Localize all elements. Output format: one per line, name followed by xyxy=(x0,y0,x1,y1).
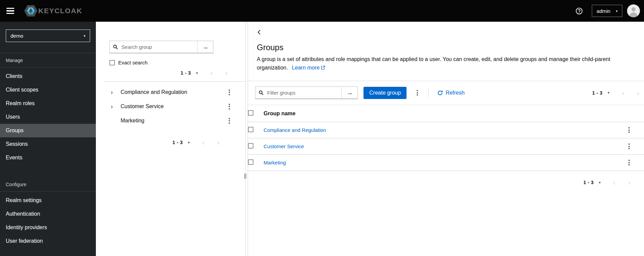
masthead-actions: admin ▾ xyxy=(576,4,640,17)
table-row: Marketing xyxy=(248,155,644,171)
sidebar-item-groups[interactable]: Groups xyxy=(0,124,96,137)
column-header-group-name: Group name xyxy=(264,105,623,122)
pagination-prev-icon[interactable]: ‹ xyxy=(622,91,624,95)
sidebar-item-authentication[interactable]: Authentication xyxy=(0,207,96,221)
user-dropdown[interactable]: admin ▾ xyxy=(592,5,622,17)
side-navigation: Manage Clients Client scopes Realm roles… xyxy=(0,53,96,251)
row-kebab-menu-icon[interactable] xyxy=(623,143,635,150)
group-tree-panel: → Exact search 1 - 3 ▾ ‹ › › Compliance … xyxy=(96,22,245,256)
table-row: Compliance and Regulation xyxy=(248,122,644,138)
group-link[interactable]: Compliance and Regulation xyxy=(264,127,326,133)
table-pagination-bottom: 1 - 3 ▾ ‹ › xyxy=(248,180,630,185)
nav-section-manage: Manage xyxy=(0,53,96,67)
refresh-icon xyxy=(437,90,443,96)
expand-chevron-icon[interactable]: › xyxy=(111,89,118,95)
group-link[interactable]: Marketing xyxy=(264,160,286,165)
sidebar: demo ▾ Manage Clients Client scopes Real… xyxy=(0,22,96,256)
filter-groups: → xyxy=(255,86,358,99)
tree-pagination-bottom: 1 - 3 ▾ ‹ › xyxy=(96,140,220,145)
help-icon[interactable] xyxy=(576,7,583,15)
splitter-drag-handle[interactable] xyxy=(244,174,246,179)
pagination-menu-toggle-icon[interactable]: ▾ xyxy=(599,180,601,185)
username: admin xyxy=(597,8,610,14)
pagination-range: 1 - 3 xyxy=(583,180,594,185)
sidebar-item-users[interactable]: Users xyxy=(0,110,96,124)
sidebar-item-sessions[interactable]: Sessions xyxy=(0,137,96,151)
row-checkbox[interactable] xyxy=(248,143,253,149)
panel-splitter xyxy=(245,22,246,256)
chevron-down-icon: ▾ xyxy=(616,9,618,13)
pagination-menu-toggle-icon[interactable]: ▾ xyxy=(607,91,609,95)
nav-toggle-icon[interactable] xyxy=(6,8,14,14)
collapse-panel-icon[interactable] xyxy=(257,29,261,35)
sidebar-item-client-scopes[interactable]: Client scopes xyxy=(0,83,96,97)
pagination-prev-icon[interactable]: ‹ xyxy=(613,180,616,185)
pagination-range: 1 - 3 xyxy=(172,140,183,145)
search-icon xyxy=(113,44,118,50)
row-kebab-menu-icon[interactable] xyxy=(623,126,635,134)
table-header-row: Group name xyxy=(248,105,644,122)
pagination-next-icon[interactable]: › xyxy=(225,71,228,75)
divider xyxy=(104,81,245,82)
divider xyxy=(428,88,429,97)
page-description: A group is a set of attributes and role … xyxy=(257,55,636,72)
exact-search-option: Exact search xyxy=(109,60,245,65)
sidebar-item-identity-providers[interactable]: Identity providers xyxy=(0,221,96,234)
filter-groups-submit-button[interactable]: → xyxy=(341,87,357,99)
pagination-range: 1 - 3 xyxy=(592,90,603,96)
group-search-box xyxy=(110,41,197,53)
row-checkbox[interactable] xyxy=(248,127,253,132)
create-group-button[interactable]: Create group xyxy=(363,87,407,99)
tree-item-label[interactable]: Marketing xyxy=(121,118,144,124)
pagination-prev-icon[interactable]: ‹ xyxy=(202,140,205,145)
group-tree: › Compliance and Regulation › Customer S… xyxy=(96,85,245,128)
realm-selector[interactable]: demo ▾ xyxy=(6,29,90,42)
tree-item-label[interactable]: Compliance and Regulation xyxy=(121,89,187,95)
row-checkbox[interactable] xyxy=(248,159,253,165)
sidebar-item-realm-roles[interactable]: Realm roles xyxy=(0,97,96,110)
pagination-next-icon[interactable]: › xyxy=(628,180,630,185)
exact-search-checkbox[interactable] xyxy=(109,60,115,65)
kebab-menu-icon[interactable] xyxy=(227,117,231,124)
tree-item: › Compliance and Regulation xyxy=(96,85,245,99)
brand-text: KEYCLOAK xyxy=(38,7,82,15)
group-link[interactable]: Customer Service xyxy=(264,143,304,149)
filter-groups-input[interactable] xyxy=(267,90,338,96)
row-kebab-menu-icon[interactable] xyxy=(623,159,635,166)
chevron-down-icon: ▾ xyxy=(84,34,85,38)
pagination-menu-toggle-icon[interactable]: ▾ xyxy=(188,140,190,145)
tree-item: Marketing xyxy=(96,114,245,128)
sidebar-item-user-federation[interactable]: User federation xyxy=(0,234,96,248)
learn-more-label: Learn more xyxy=(292,65,320,71)
groups-table: Group name Compliance and Regulation Cus… xyxy=(248,105,644,171)
pagination-menu-toggle-icon[interactable]: ▾ xyxy=(196,71,198,75)
configure-nav-list: Realm settings Authentication Identity p… xyxy=(0,194,96,251)
refresh-label: Refresh xyxy=(445,90,464,96)
refresh-button[interactable]: Refresh xyxy=(437,90,464,96)
groups-main-panel: Groups A group is a set of attributes an… xyxy=(248,22,644,256)
pagination-next-icon[interactable]: › xyxy=(637,91,639,95)
keycloak-hexagon-icon xyxy=(24,4,38,18)
sidebar-item-clients[interactable]: Clients xyxy=(0,70,96,83)
toolbar-kebab-menu-icon[interactable] xyxy=(415,89,419,96)
select-all-checkbox[interactable] xyxy=(248,110,253,116)
pagination-prev-icon[interactable]: ‹ xyxy=(210,71,213,75)
sidebar-item-events[interactable]: Events xyxy=(0,151,96,164)
kebab-menu-icon[interactable] xyxy=(227,103,231,110)
external-link-icon xyxy=(321,65,325,70)
search-group-submit-button[interactable]: → xyxy=(197,41,213,53)
expand-chevron-icon[interactable]: › xyxy=(111,103,118,110)
divider xyxy=(0,67,96,67)
kebab-menu-icon[interactable] xyxy=(227,89,231,96)
search-group-input[interactable] xyxy=(121,44,194,50)
divider xyxy=(0,191,96,192)
tree-item-label[interactable]: Customer Service xyxy=(121,103,164,110)
page-header: Groups A group is a set of attributes an… xyxy=(248,22,644,81)
avatar[interactable] xyxy=(627,4,640,17)
nav-section-configure: Configure xyxy=(0,177,96,191)
table-row: Customer Service xyxy=(248,138,644,155)
sidebar-item-realm-settings[interactable]: Realm settings xyxy=(0,194,96,207)
pagination-next-icon[interactable]: › xyxy=(217,140,220,145)
tree-item: › Customer Service xyxy=(96,99,245,114)
learn-more-link[interactable]: Learn more xyxy=(292,65,326,71)
